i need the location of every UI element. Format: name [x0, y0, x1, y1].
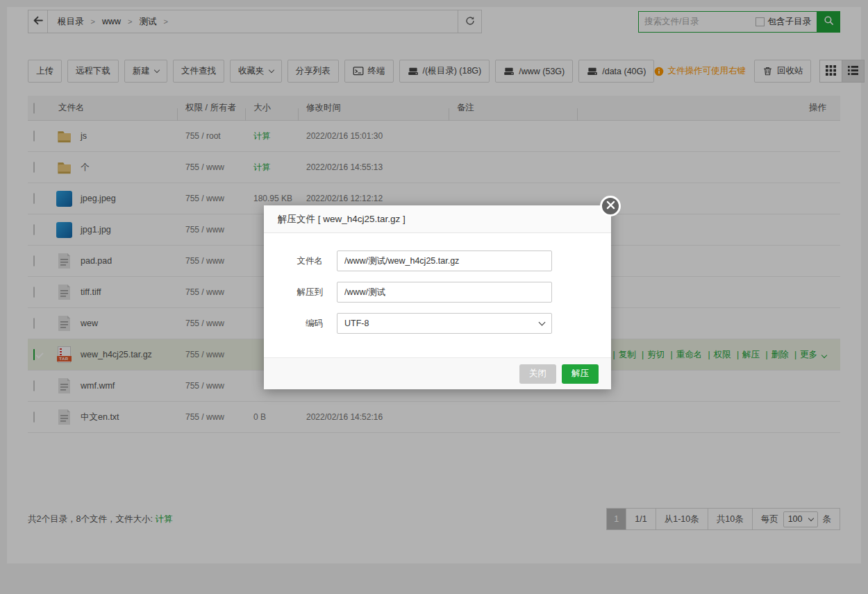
chevron-down-icon: [539, 319, 546, 325]
extract-dialog: 解压文件 [ wew_h4cj25.tar.gz ] 文件名 解压到 编码 UT…: [264, 205, 611, 389]
close-button[interactable]: [600, 196, 621, 217]
filename-label: 文件名: [264, 255, 337, 267]
filename-field[interactable]: [337, 251, 552, 271]
encoding-select[interactable]: UTF-8: [337, 313, 552, 334]
dialog-title: 解压文件 [ wew_h4cj25.tar.gz ]: [264, 205, 611, 233]
encoding-label: 编码: [264, 318, 337, 330]
extract-to-field[interactable]: [337, 282, 552, 303]
dialog-extract-button[interactable]: 解压: [562, 364, 599, 384]
extract-to-label: 解压到: [264, 287, 337, 298]
close-icon: [606, 201, 615, 212]
dialog-close-button[interactable]: 关闭: [519, 364, 556, 384]
